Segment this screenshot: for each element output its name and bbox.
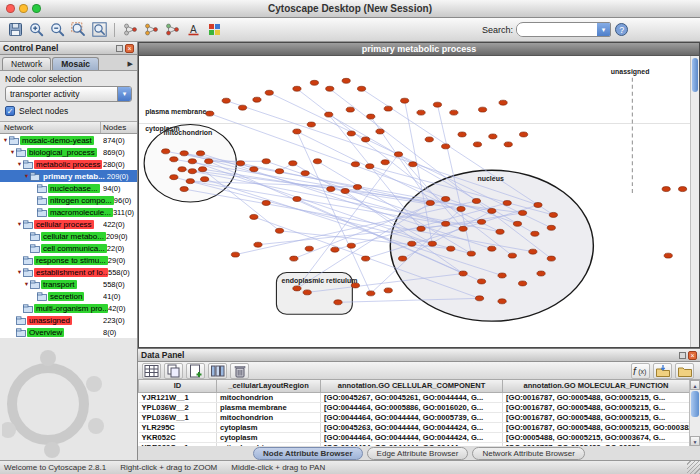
tab-edge-attribute-browser[interactable]: Edge Attribute Browser: [367, 447, 469, 460]
disclosure-triangle-icon[interactable]: ▼: [16, 221, 23, 227]
table-cell[interactable]: [GO:0016787, GO:0005488, GO:00052...: [503, 442, 690, 446]
network-node[interactable]: [275, 228, 283, 233]
network-node[interactable]: [222, 98, 230, 103]
disclosure-triangle-icon[interactable]: ▼: [2, 137, 9, 143]
disclosure-triangle-icon[interactable]: ▼: [16, 269, 23, 275]
table-cell[interactable]: [GO:0045263, GO:0044444, GO:0044424, G..…: [321, 422, 503, 432]
window-titlebar[interactable]: Cytoscape Desktop (New Session): [0, 0, 700, 18]
select-columns-icon[interactable]: [142, 363, 161, 379]
network-node[interactable]: [547, 225, 555, 230]
network-node[interactable]: [426, 201, 434, 206]
table-row[interactable]: YPL036W__1mitochondrion[GO:0044464, GO:0…: [139, 412, 690, 422]
zoom-out-icon[interactable]: [47, 20, 67, 39]
close-panel-icon[interactable]: ×: [688, 351, 697, 360]
table-cell[interactable]: YJR121W__1: [139, 392, 217, 402]
network-canvas[interactable]: plasma membranecytoplasmmitochondrionnuc…: [139, 56, 699, 347]
network-node[interactable]: [293, 286, 301, 291]
search-dropdown-arrow-icon[interactable]: ▾: [597, 22, 610, 37]
network-node[interactable]: [236, 161, 244, 166]
network-node[interactable]: [459, 226, 467, 231]
network-node[interactable]: [408, 241, 416, 246]
network-node[interactable]: [518, 281, 526, 286]
network-node[interactable]: [384, 288, 392, 293]
network-node[interactable]: [498, 299, 506, 304]
network-node[interactable]: [325, 112, 333, 117]
network-node[interactable]: [307, 122, 315, 127]
zoom-in-icon[interactable]: [26, 20, 46, 39]
network-node[interactable]: [201, 177, 209, 182]
network-node[interactable]: [331, 247, 339, 252]
network-node[interactable]: [537, 271, 545, 276]
network-node[interactable]: [520, 132, 528, 137]
network-node[interactable]: [664, 253, 672, 258]
network-node[interactable]: [334, 300, 342, 305]
network-node[interactable]: [442, 221, 450, 226]
network-node[interactable]: [289, 161, 297, 166]
network-node[interactable]: [275, 169, 283, 174]
column-header-cellularlayoutregion[interactable]: _cellularLayoutRegion: [217, 380, 321, 392]
network-node[interactable]: [472, 199, 480, 204]
tree-item-primary-metab[interactable]: ▼primary metab...209(0): [0, 170, 137, 182]
multi-column-icon[interactable]: [208, 363, 227, 379]
vizmapper-icon[interactable]: [204, 20, 224, 39]
network-node[interactable]: [293, 129, 301, 134]
table-cell[interactable]: [GO:0016787, GO:0005488, GO:0005215, G..…: [503, 402, 690, 412]
network-node[interactable]: [310, 80, 318, 85]
network-node[interactable]: [262, 201, 270, 206]
network-node[interactable]: [459, 271, 467, 276]
table-cell[interactable]: [GO:0044464, GO:0044444, GO:0005739, G..…: [321, 412, 503, 422]
network-node[interactable]: [196, 151, 204, 156]
tree-item-response-to-stimu[interactable]: response to stimu...29(0): [0, 254, 137, 266]
network-node[interactable]: [367, 114, 375, 119]
zoom-fit-icon[interactable]: [89, 20, 109, 39]
search-input[interactable]: [517, 24, 597, 36]
table-cell[interactable]: plasma membrane: [217, 402, 321, 412]
disclosure-triangle-icon[interactable]: ▼: [23, 173, 30, 179]
network-node[interactable]: [262, 159, 270, 164]
network-node[interactable]: [357, 86, 365, 91]
network-node[interactable]: [362, 137, 370, 142]
network-node[interactable]: [442, 197, 450, 202]
network-node[interactable]: [477, 279, 485, 284]
table-row[interactable]: YDR039C__1mitochondrion[GO:0044464, GO:0…: [139, 442, 690, 446]
network-node[interactable]: [417, 110, 425, 115]
network-node[interactable]: [198, 167, 206, 172]
network-node[interactable]: [188, 159, 196, 164]
table-cell[interactable]: [GO:0044464, GO:0044444, GO:0044424, G..…: [321, 432, 503, 442]
network-node[interactable]: [489, 134, 497, 139]
tree-item-cellular-process[interactable]: ▼cellular process422(0): [0, 218, 137, 230]
network-node[interactable]: [467, 251, 475, 256]
table-cell[interactable]: [GO:0016787, GO:0005488, GO:0005215, G..…: [503, 412, 690, 422]
open-folder-icon[interactable]: [675, 363, 694, 379]
annotation-icon[interactable]: A: [183, 20, 203, 39]
table-row[interactable]: YPL036W__2plasma membrane[GO:0044464, GO…: [139, 402, 690, 412]
zoom-selected-icon[interactable]: [68, 20, 88, 39]
search-combo[interactable]: ▾: [516, 22, 611, 37]
close-panel-icon[interactable]: ×: [125, 44, 134, 53]
network-node[interactable]: [496, 229, 504, 234]
hide-selected-icon[interactable]: [120, 20, 140, 39]
network-node[interactable]: [450, 110, 458, 115]
network-node[interactable]: [428, 241, 436, 246]
network-node[interactable]: [353, 185, 361, 190]
network-node[interactable]: [238, 105, 246, 110]
network-node[interactable]: [341, 189, 349, 194]
network-node[interactable]: [327, 187, 335, 192]
tab-network[interactable]: Network: [2, 57, 51, 70]
tree-item-establishment-of-lo[interactable]: ▼establishment of lo...558(0): [0, 266, 137, 278]
network-node[interactable]: [384, 106, 392, 111]
table-row[interactable]: YKR052Ccytoplasm[GO:0044464, GO:0044444,…: [139, 432, 690, 442]
table-cell[interactable]: [GO:0016787, GO:0005488, GO:0005215, G..…: [503, 392, 690, 402]
table-cell[interactable]: YLR295C: [139, 422, 217, 432]
network-node[interactable]: [376, 129, 384, 134]
disclosure-triangle-icon[interactable]: ▼: [23, 281, 30, 287]
table-cell[interactable]: YDR039C__1: [139, 442, 217, 446]
network-node[interactable]: [367, 291, 375, 296]
tree-item-transport[interactable]: ▼transport558(0): [0, 278, 137, 290]
table-cell[interactable]: [GO:0044464, GO:0005886, GO:0016020, G..…: [321, 402, 503, 412]
network-node[interactable]: [231, 252, 239, 257]
float-panel-icon[interactable]: [116, 45, 123, 52]
network-node[interactable]: [504, 142, 512, 147]
network-node[interactable]: [362, 256, 370, 261]
network-node[interactable]: [547, 256, 555, 261]
